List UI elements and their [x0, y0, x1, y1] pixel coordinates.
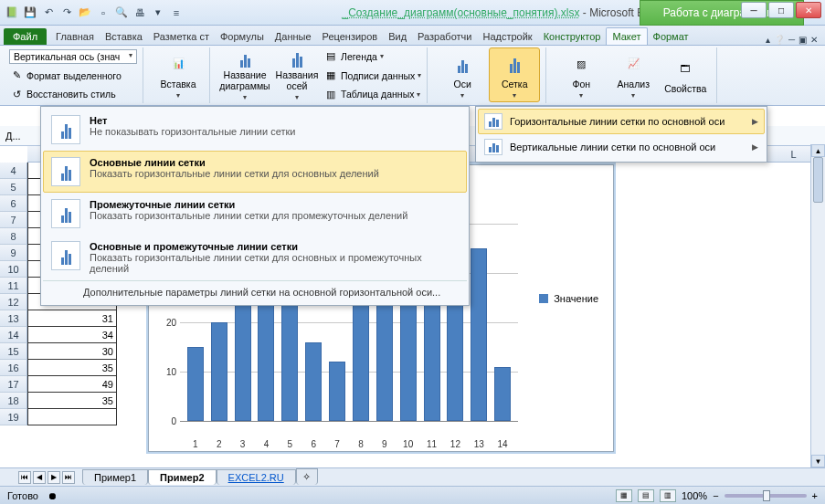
chart-bar[interactable] [305, 342, 322, 421]
chart-bar[interactable] [471, 248, 487, 421]
tab-review[interactable]: Рецензиров [317, 28, 384, 45]
sheet-nav-prev[interactable]: ◀ [33, 471, 46, 484]
background-button[interactable]: ▨ Фон▾ [555, 47, 607, 102]
cell[interactable]: 31 [27, 310, 117, 327]
doc-close-icon[interactable]: ✕ [810, 35, 818, 45]
sheet-tab-3[interactable]: EXCEL2.RU [217, 469, 296, 485]
macro-record-icon[interactable]: ⏺ [48, 490, 58, 501]
tab-data[interactable]: Данные [270, 28, 317, 45]
row-header[interactable]: 11 [0, 278, 27, 294]
row-header[interactable]: 15 [0, 343, 27, 360]
qat-more-icon[interactable]: ▾ [150, 5, 166, 21]
cell[interactable]: 34 [27, 327, 117, 343]
zoom-slider[interactable] [725, 494, 807, 498]
minimize-button[interactable]: ─ [741, 2, 767, 18]
reset-style-button[interactable]: ↺Восстановить стиль [9, 85, 137, 103]
tab-addins[interactable]: Надстройк [477, 28, 537, 45]
row-header[interactable]: 18 [0, 393, 27, 409]
view-normal-icon[interactable]: ▦ [616, 489, 632, 502]
tab-view[interactable]: Вид [383, 28, 412, 45]
cell[interactable]: 35 [27, 360, 117, 376]
new-icon[interactable]: ▫ [95, 5, 111, 21]
chart-bar[interactable] [211, 322, 227, 421]
chart-bar[interactable] [494, 367, 511, 421]
row-header[interactable]: 12 [0, 294, 27, 310]
chart-title-button[interactable]: Название диаграммы▾ [219, 47, 270, 102]
vertical-gridlines-item[interactable]: Вертикальные линии сетки по основной оси… [478, 134, 765, 160]
maximize-button[interactable]: □ [768, 2, 794, 18]
file-tab[interactable]: Файл [4, 28, 47, 45]
row-header[interactable]: 8 [0, 228, 27, 245]
zoom-in-button[interactable]: + [812, 490, 818, 501]
tab-pagelayout[interactable]: Разметка ст [148, 28, 215, 45]
chart-bar[interactable] [329, 362, 345, 421]
sheet-nav-last[interactable]: ⏭ [62, 471, 75, 484]
tab-chart-format[interactable]: Формат [648, 28, 694, 45]
data-table-button[interactable]: ▥Таблица данных ▾ [323, 85, 421, 103]
view-layout-icon[interactable]: ▤ [638, 489, 654, 502]
vertical-scrollbar[interactable]: ▲ ▼ [810, 144, 825, 467]
chart-element-selector[interactable]: Вертикальная ось (знач▾ [9, 49, 137, 64]
sheet-tab-1[interactable]: Пример1 [82, 469, 148, 485]
save-icon[interactable]: 💾 [22, 5, 38, 21]
cell[interactable]: 30 [27, 343, 117, 360]
print-icon[interactable]: 🖶 [132, 5, 148, 21]
gridlines-both-item[interactable]: Основные и промежуточные линии сеткиПока… [43, 235, 467, 280]
row-header[interactable]: 4 [0, 163, 27, 179]
gridlines-button[interactable]: Сетка▾ [489, 47, 540, 102]
data-labels-button[interactable]: ▦Подписи данных ▾ [323, 67, 421, 85]
doc-restore-icon[interactable]: ▣ [799, 35, 807, 45]
sheet-nav-next[interactable]: ▶ [48, 471, 60, 484]
tab-formulas[interactable]: Формулы [215, 28, 270, 45]
sheet-nav-first[interactable]: ⏮ [18, 471, 31, 484]
properties-button[interactable]: 🗔 Свойства [660, 47, 711, 102]
chart-bar[interactable] [187, 347, 204, 421]
scroll-down-icon[interactable]: ▼ [811, 455, 825, 467]
legend-button[interactable]: ▤Легенда ▾ [323, 47, 421, 66]
tab-home[interactable]: Главная [50, 28, 100, 45]
horizontal-gridlines-item[interactable]: Горизонтальные линии сетки по основной о… [478, 109, 765, 134]
cell[interactable]: 49 [27, 376, 117, 393]
row-header[interactable]: 5 [0, 179, 27, 195]
preview-icon[interactable]: 🔍 [113, 5, 130, 21]
axis-titles-button[interactable]: Названия осей▾ [271, 47, 323, 102]
cell[interactable]: 35 [27, 393, 117, 409]
chart-bar[interactable] [281, 288, 298, 421]
row-header[interactable]: 10 [0, 261, 27, 278]
chart-legend[interactable]: Значение [539, 293, 598, 304]
scroll-thumb[interactable] [813, 157, 823, 203]
view-pagebreak-icon[interactable]: ▥ [660, 489, 676, 502]
zoom-level[interactable]: 100% [682, 490, 707, 501]
row-header[interactable]: 7 [0, 212, 27, 228]
gridlines-major-item[interactable]: Основные линии сеткиПоказать горизонталь… [43, 151, 467, 193]
gridlines-none-item[interactable]: НетНе показывать горизонтальные линии се… [43, 109, 467, 151]
axes-button[interactable]: Оси▾ [437, 47, 488, 102]
row-header[interactable]: 6 [0, 195, 27, 212]
analysis-button[interactable]: 📈 Анализ▾ [608, 47, 659, 102]
cell[interactable] [27, 409, 117, 425]
tab-chart-design[interactable]: Конструктор [538, 28, 607, 45]
row-header[interactable]: 16 [0, 360, 27, 376]
insert-button[interactable]: 📊 Вставка▾ [153, 47, 204, 102]
zoom-slider-thumb[interactable] [763, 490, 770, 501]
doc-minimize-icon[interactable]: ─ [788, 35, 795, 45]
open-icon[interactable]: 📂 [77, 5, 93, 21]
gridlines-minor-item[interactable]: Промежуточные линии сеткиПоказать горизо… [43, 193, 467, 235]
gridlines-more-options[interactable]: Дополнительные параметры линий сетки на … [43, 280, 467, 303]
row-header[interactable]: 9 [0, 245, 27, 261]
sheet-tab-2[interactable]: Пример2 [148, 469, 216, 485]
row-header[interactable]: 17 [0, 376, 27, 393]
qat-customize-icon[interactable]: ≡ [168, 5, 185, 21]
tab-developer[interactable]: Разработчи [412, 28, 477, 45]
excel-icon[interactable]: 📗 [4, 5, 20, 21]
redo-icon[interactable]: ↷ [58, 5, 75, 21]
row-header[interactable]: 19 [0, 409, 27, 425]
close-button[interactable]: ✕ [796, 2, 821, 18]
minimize-ribbon-icon[interactable]: ▴ [766, 35, 770, 45]
format-selection-button[interactable]: ✎Формат выделенного [9, 67, 137, 85]
help-icon[interactable]: ❔ [774, 35, 785, 45]
tab-chart-layout[interactable]: Макет [606, 27, 647, 45]
scroll-up-icon[interactable]: ▲ [811, 144, 825, 157]
new-sheet-button[interactable]: ✧ [296, 468, 318, 485]
tab-insert[interactable]: Вставка [100, 28, 148, 45]
